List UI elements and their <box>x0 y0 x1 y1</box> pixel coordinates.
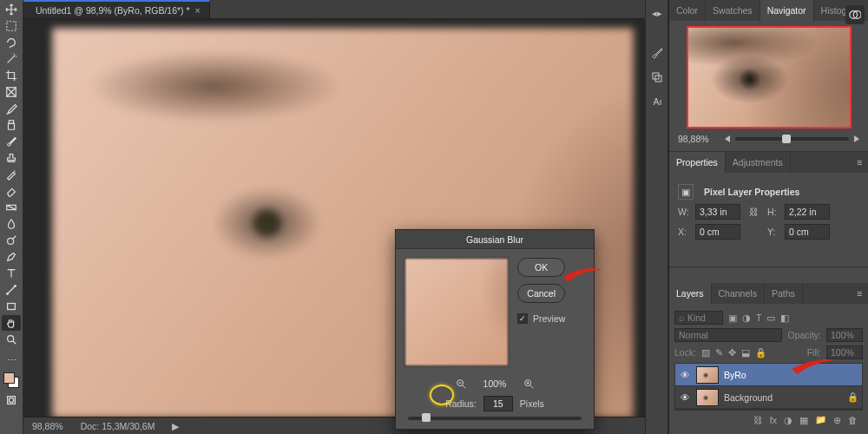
panel-menu-icon[interactable]: ≡ <box>851 152 868 173</box>
brush-panel-icon[interactable] <box>649 45 665 61</box>
preview-checkbox[interactable]: ✓ Preview <box>517 313 565 324</box>
checkbox-icon[interactable]: ✓ <box>517 313 528 324</box>
mask-icon[interactable]: ◑ <box>784 415 792 425</box>
tab-paths[interactable]: Paths <box>765 283 803 304</box>
tool-dodge[interactable] <box>2 233 21 248</box>
status-zoom[interactable]: 98,88% <box>32 421 63 431</box>
layer-name[interactable]: Background <box>724 392 773 403</box>
char-panel-icon[interactable] <box>649 94 665 109</box>
dialog-preview[interactable] <box>404 258 509 366</box>
fx-icon[interactable]: fx <box>770 415 777 425</box>
tool-type[interactable] <box>2 266 21 281</box>
zoom-in-icon[interactable] <box>522 377 536 391</box>
tool-wand[interactable] <box>2 51 21 67</box>
tool-eyedropper[interactable] <box>2 101 21 116</box>
lock-icons[interactable]: ▨✎✥⬓🔒 <box>701 347 766 358</box>
tab-properties[interactable]: Properties <box>669 152 726 173</box>
tool-brush[interactable] <box>2 134 21 149</box>
link-layers-icon[interactable]: ⛓ <box>753 415 763 425</box>
y-field[interactable]: 0 cm <box>785 224 830 240</box>
layer-kind[interactable]: ⌕ Kind <box>674 311 723 325</box>
height-field[interactable]: 2,22 in <box>785 204 830 220</box>
tool-crop[interactable] <box>2 68 21 83</box>
pixel-layer-icon: ▣ <box>678 184 694 200</box>
zoom-in-icon[interactable] <box>854 135 859 142</box>
group-icon[interactable]: 📁 <box>815 414 826 425</box>
tab-color[interactable]: Color <box>669 0 706 21</box>
document-tabs: Untitled1 @ 98,9% (ByRo, RGB/16*) * × <box>23 0 645 19</box>
tool-more[interactable]: ⋯ <box>2 352 21 368</box>
tool-rect[interactable] <box>2 299 21 314</box>
tab-swatches[interactable]: Swatches <box>706 0 760 21</box>
close-icon[interactable]: × <box>195 5 201 16</box>
tool-gradient[interactable] <box>2 200 21 215</box>
tab-navigator[interactable]: Navigator <box>760 0 814 21</box>
navigator-slider[interactable] <box>735 137 849 141</box>
zoom-out-icon[interactable] <box>454 377 468 391</box>
navigator-tabs: Color Swatches Navigator Histogram ≡ <box>669 0 868 21</box>
tool-move[interactable] <box>2 2 21 17</box>
adjust-icon[interactable]: ▦ <box>799 415 808 425</box>
tool-blur[interactable] <box>2 216 21 232</box>
fill-field[interactable]: 100% <box>826 345 863 359</box>
tool-path[interactable] <box>2 282 21 298</box>
navigator-thumbnail[interactable] <box>687 26 852 128</box>
layer-name[interactable]: ByRo <box>724 370 746 380</box>
tab-layers[interactable]: Layers <box>669 283 712 304</box>
layer-row[interactable]: 👁 ByRo <box>675 364 862 386</box>
status-caret[interactable]: ▶ <box>172 421 179 431</box>
tool-marquee[interactable] <box>2 18 21 34</box>
trash-icon[interactable]: 🗑 <box>848 415 858 425</box>
layer-thumb[interactable] <box>696 366 719 384</box>
opacity-field[interactable]: 100% <box>826 328 863 342</box>
tool-stamp[interactable] <box>2 150 21 166</box>
tab-adjustments[interactable]: Adjustments <box>726 152 791 173</box>
layer-thumb[interactable] <box>696 389 719 406</box>
y-label: Y: <box>767 227 779 237</box>
svg-point-4 <box>8 238 14 244</box>
cancel-button[interactable]: Cancel <box>517 284 565 303</box>
x-field[interactable]: 0 cm <box>695 224 740 240</box>
link-icon[interactable]: ⛓ <box>746 207 762 217</box>
svg-point-10 <box>9 398 13 402</box>
tool-history[interactable] <box>2 167 21 182</box>
dialog-title[interactable]: Gaussian Blur <box>396 230 594 249</box>
svg-point-8 <box>8 336 14 342</box>
blend-mode[interactable]: Normal <box>674 328 782 342</box>
svg-rect-7 <box>8 304 16 310</box>
tool-pen[interactable] <box>2 249 21 265</box>
right-panels: Color Swatches Navigator Histogram ≡ 98,… <box>668 0 868 434</box>
gaussian-blur-dialog: Gaussian Blur OK Cancel ✓ Preview 100% R… <box>395 229 595 430</box>
panel-menu-icon[interactable]: ≡ <box>851 283 868 304</box>
tool-zoom[interactable] <box>2 332 21 347</box>
quickmask-icon[interactable] <box>2 392 21 408</box>
visibility-icon[interactable]: 👁 <box>679 392 691 403</box>
height-label: H: <box>767 207 779 217</box>
preview-label: Preview <box>533 313 565 324</box>
width-field[interactable]: 3,33 in <box>695 204 740 220</box>
tab-channels[interactable]: Channels <box>712 283 765 304</box>
tool-patch[interactable] <box>2 117 21 133</box>
document-tab[interactable]: Untitled1 @ 98,9% (ByRo, RGB/16*) * × <box>23 0 210 18</box>
navigator-zoom[interactable]: 98,88% <box>678 134 720 144</box>
color-swatches[interactable] <box>3 372 19 388</box>
tool-lasso[interactable] <box>2 35 21 50</box>
tool-hand[interactable] <box>2 315 21 331</box>
cc-home-icon[interactable] <box>845 5 865 24</box>
new-layer-icon[interactable]: ⊕ <box>833 415 841 425</box>
layer-filter-icons[interactable]: ▣◑T▭◧ <box>728 312 789 323</box>
layers-footer: ⛓ fx ◑ ▦ 📁 ⊕ 🗑 <box>674 410 863 429</box>
zoom-out-icon[interactable] <box>725 135 730 142</box>
tool-eraser[interactable] <box>2 183 21 199</box>
x-label: X: <box>678 227 690 237</box>
expand-icon[interactable]: ◂▸ <box>649 5 665 21</box>
visibility-icon[interactable]: 👁 <box>679 370 691 380</box>
width-label: W: <box>678 207 690 217</box>
layer-row[interactable]: 👁 Background 🔒 <box>675 386 862 409</box>
tool-frame[interactable] <box>2 84 21 100</box>
lock-icon[interactable]: 🔒 <box>847 391 858 403</box>
ok-button[interactable]: OK <box>517 258 565 277</box>
radius-field[interactable]: 15 <box>483 396 513 411</box>
clone-panel-icon[interactable] <box>649 69 665 85</box>
radius-slider[interactable] <box>408 417 582 420</box>
